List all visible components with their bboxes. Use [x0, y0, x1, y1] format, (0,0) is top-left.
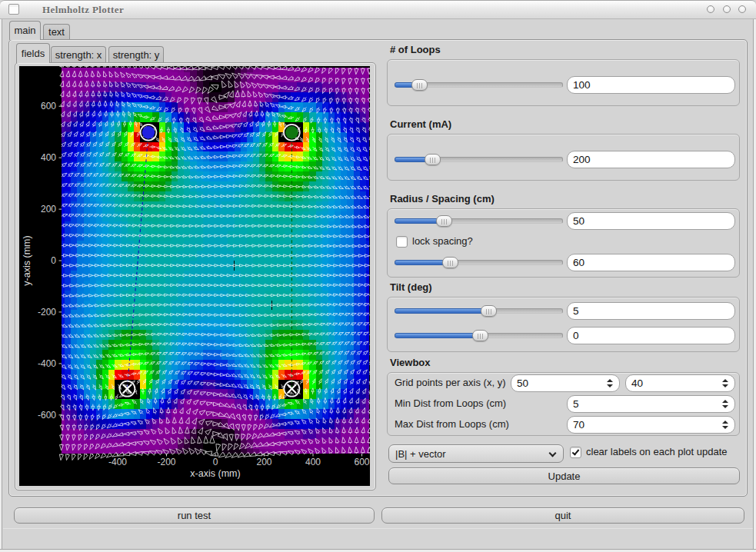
svg-text:-200: -200: [157, 457, 175, 467]
svg-text:200: 200: [41, 204, 56, 214]
svg-text:400: 400: [305, 457, 321, 467]
svg-text:400: 400: [41, 152, 56, 163]
svg-text:0: 0: [213, 457, 218, 467]
svg-text:x-axis (mm): x-axis (mm): [190, 468, 240, 479]
svg-text:-600: -600: [38, 410, 56, 421]
svg-text:600: 600: [41, 101, 56, 111]
svg-text:600: 600: [354, 457, 369, 467]
svg-text:y-axis (mm): y-axis (mm): [22, 235, 32, 285]
svg-text:-400: -400: [108, 457, 127, 467]
svg-text:0: 0: [51, 255, 56, 266]
svg-text:-200: -200: [38, 307, 56, 318]
svg-text:200: 200: [256, 457, 271, 467]
svg-text:-400: -400: [38, 358, 56, 369]
